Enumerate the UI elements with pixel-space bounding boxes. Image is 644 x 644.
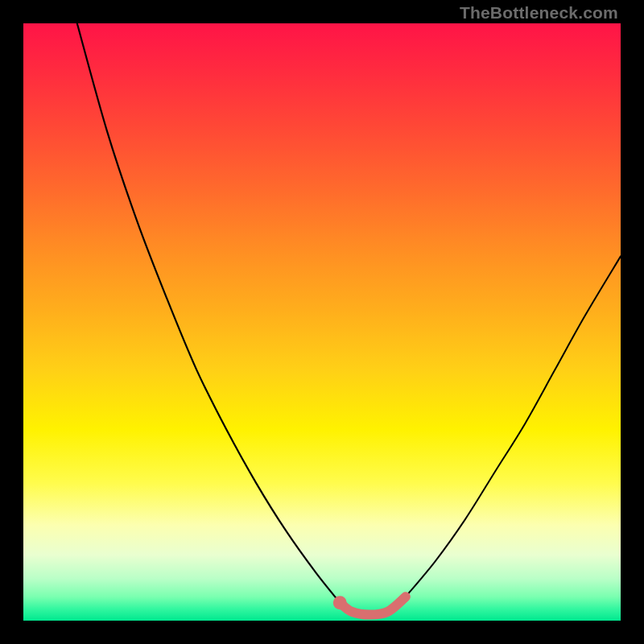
watermark-text: TheBottleneck.com xyxy=(460,3,618,23)
right-curve xyxy=(406,256,621,597)
highlight-dot xyxy=(333,596,347,609)
chart-frame: TheBottleneck.com xyxy=(0,0,644,644)
plot-area xyxy=(23,23,621,621)
floor-highlight xyxy=(340,597,406,614)
left-curve xyxy=(77,23,340,603)
curves-svg xyxy=(23,23,621,621)
